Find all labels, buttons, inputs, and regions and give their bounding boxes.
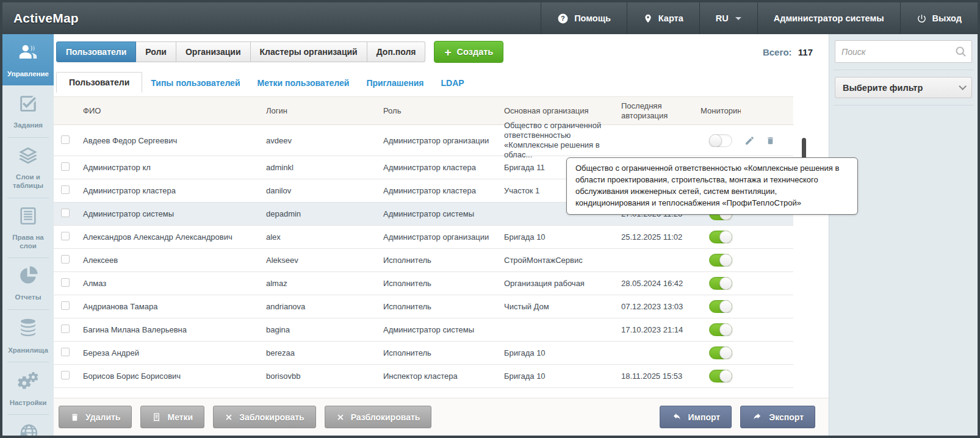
table-row[interactable]: Алмаз almaz Исполнитель Организация рабо… <box>54 272 793 295</box>
topbar: ActiveMap ? Помощь Карта RU Администрато… <box>2 2 978 34</box>
tabs-row: Пользователи Роли Организации Кластеры о… <box>54 40 829 63</box>
edit-icon[interactable] <box>744 135 755 146</box>
filter-select[interactable]: Выберите фильтр <box>835 77 972 98</box>
users-table: ФИО Логин Роль Основная организация Посл… <box>54 96 793 388</box>
delete-icon[interactable] <box>766 135 775 146</box>
row-checkbox[interactable] <box>61 232 70 240</box>
app-logo: ActiveMap <box>2 11 541 26</box>
tags-icon <box>152 412 161 422</box>
cell-fio: Багина Милана Валерьевна <box>74 325 258 334</box>
block-button[interactable]: Заблокировать <box>213 406 316 428</box>
org-tooltip: Общество с ограниченной ответственностью… <box>566 157 858 215</box>
monitoring-toggle[interactable] <box>709 346 732 359</box>
row-checkbox[interactable] <box>61 278 70 287</box>
subtab-users[interactable]: Пользователи <box>56 72 142 93</box>
row-checkbox[interactable] <box>61 325 70 333</box>
cell-login: adminkl <box>258 163 375 172</box>
main-content: Пользователи Роли Организации Кластеры о… <box>54 34 829 436</box>
cell-role: Администратор системы <box>375 325 495 334</box>
toggle-knob <box>719 231 732 243</box>
cell-role: Администратор организации <box>375 136 495 145</box>
map-button[interactable]: Карта <box>627 2 699 34</box>
monitoring-toggle[interactable] <box>709 231 732 243</box>
table-row[interactable]: Борисов Борис Борисович borisovbb Инспек… <box>54 365 793 388</box>
cell-login: andrianova <box>258 302 375 311</box>
search-input[interactable] <box>835 40 972 63</box>
users-icon <box>16 42 40 65</box>
cell-login: almaz <box>258 279 375 288</box>
cell-fio: Александров Александр Александрович <box>74 232 258 242</box>
table-row[interactable]: Береза Андрей berezaa Исполнитель Бригад… <box>54 342 793 365</box>
row-checkbox[interactable] <box>61 348 70 356</box>
current-user-button[interactable]: Администратор системы <box>757 2 900 34</box>
language-select[interactable]: RU <box>699 2 757 34</box>
monitoring-toggle[interactable] <box>709 134 732 147</box>
import-arrow-icon <box>671 412 682 422</box>
toggle-knob <box>719 346 732 359</box>
monitoring-toggle[interactable] <box>709 370 732 382</box>
help-button[interactable]: ? Помощь <box>541 2 627 34</box>
export-button[interactable]: Экспорт <box>740 406 815 428</box>
cell-login: danilov <box>258 186 375 195</box>
sidebar-item-settings[interactable]: Настройки <box>2 362 54 414</box>
sidebar-item-layer-rights[interactable]: Права на слои <box>2 198 54 258</box>
sidebar-item-storage[interactable]: Хранилища <box>2 309 54 362</box>
row-checkbox[interactable] <box>61 301 70 310</box>
table-row[interactable]: Авдеев Федор Сергеевич avdeev Администра… <box>54 125 793 156</box>
tab-extra-fields[interactable]: Доп.поля <box>367 41 426 62</box>
sidebar-item-system[interactable]: C Система <box>2 414 54 436</box>
cell-login: borisovbb <box>258 372 375 381</box>
monitoring-toggle[interactable] <box>709 254 732 267</box>
monitoring-toggle[interactable] <box>709 277 732 290</box>
cell-role: Исполнитель <box>375 302 495 311</box>
plus-icon: + <box>444 46 451 58</box>
search-box <box>835 40 972 63</box>
table-row[interactable]: Багина Милана Валерьевна bagina Админист… <box>54 318 793 342</box>
labels-button[interactable]: Метки <box>140 406 204 428</box>
cell-last-auth: 07.12.2023 13:03 <box>613 302 692 312</box>
row-checkbox[interactable] <box>61 135 70 144</box>
panel-divider <box>834 105 973 106</box>
row-checkbox[interactable] <box>61 209 70 217</box>
cell-fio: Администратор системы <box>74 209 258 218</box>
row-checkbox[interactable] <box>61 162 70 171</box>
monitoring-toggle[interactable] <box>709 323 732 336</box>
logout-button[interactable]: Выход <box>900 2 978 34</box>
sidebar-item-tasks[interactable]: Задания <box>2 85 54 137</box>
sidebar-item-management[interactable]: Управление <box>2 34 54 85</box>
tab-org-clusters[interactable]: Кластеры организаций <box>251 41 367 62</box>
monitoring-toggle[interactable] <box>709 300 732 313</box>
col-header-login: Логин <box>258 106 375 115</box>
tab-organizations[interactable]: Организации <box>176 41 251 62</box>
cell-role: Администратор системы <box>375 209 495 218</box>
table-row[interactable]: Андрианова Тамара andrianova Исполнитель… <box>54 295 793 318</box>
cell-last-auth: 17.10.2023 21:14 <box>613 325 692 335</box>
toggle-knob <box>709 134 722 147</box>
tasks-icon <box>18 93 38 117</box>
tab-roles[interactable]: Роли <box>136 41 176 62</box>
create-button[interactable]: + Создать <box>434 41 503 63</box>
cell-login: avdeev <box>258 136 375 145</box>
delete-button[interactable]: Удалить <box>59 406 132 428</box>
row-checkbox[interactable] <box>61 185 70 194</box>
cell-fio: Алмаз <box>74 279 258 288</box>
table-row[interactable]: Алексеев Alekseev Исполнитель СтройМонта… <box>54 249 793 272</box>
subtab-user-labels[interactable]: Метки пользователей <box>248 73 358 93</box>
cell-login: depadmin <box>258 209 375 218</box>
table-row[interactable]: Александров Александр Александрович alex… <box>54 226 793 249</box>
subtabs-row: Пользователи Типы пользователей Метки по… <box>54 72 829 93</box>
right-panel: Выберите фильтр <box>829 34 978 436</box>
unblock-button[interactable]: Разблокировать <box>325 406 432 428</box>
subtab-user-types[interactable]: Типы пользователей <box>142 73 248 93</box>
cell-org: СтройМонтажСервис <box>495 256 613 265</box>
subtab-ldap[interactable]: LDAP <box>432 73 472 93</box>
main-tabs: Пользователи Роли Организации Кластеры о… <box>56 41 425 62</box>
sidebar-item-layers[interactable]: Слои и таблицы <box>2 137 54 198</box>
sidebar-item-reports[interactable]: Отчеты <box>2 257 54 309</box>
cell-last-auth: 28.05.2024 16:42 <box>613 279 692 289</box>
tab-users[interactable]: Пользователи <box>56 41 136 62</box>
row-checkbox[interactable] <box>61 371 70 379</box>
row-checkbox[interactable] <box>61 255 70 264</box>
import-button[interactable]: Импорт <box>660 406 732 428</box>
subtab-invitations[interactable]: Приглашения <box>358 73 432 93</box>
